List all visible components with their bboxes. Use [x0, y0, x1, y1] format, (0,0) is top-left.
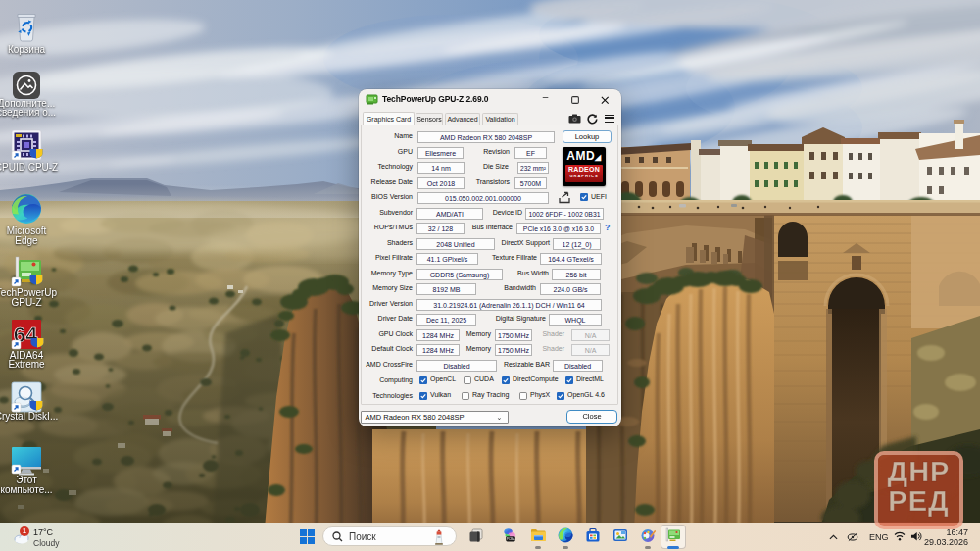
svg-text:PCBA: PCBA	[507, 537, 516, 541]
